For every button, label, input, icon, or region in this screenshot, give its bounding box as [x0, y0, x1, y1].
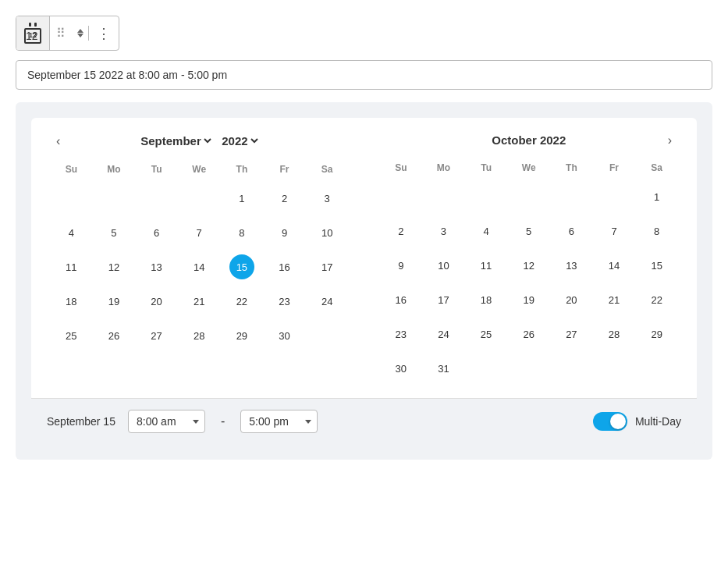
calendar-day-cell[interactable]: 23: [263, 284, 306, 318]
calendar-day-cell[interactable]: 15: [635, 248, 678, 282]
calendar-day-cell[interactable]: 10: [422, 248, 465, 282]
calendar-day-cell[interactable]: 20: [135, 284, 178, 318]
left-month-year: JanuaryFebruaryMarch AprilMayJune JulyAu…: [137, 133, 261, 148]
calendar-day-cell[interactable]: 21: [178, 284, 221, 318]
calendar-day-cell[interactable]: 14: [593, 248, 636, 282]
toolbar: 12 ⠿: [16, 16, 712, 51]
bottom-bar: September 15 12:00 am1:00 am2:00 am3:00 …: [31, 398, 697, 444]
calendar-day-cell[interactable]: 30: [380, 351, 423, 386]
calendar-day-cell[interactable]: 8: [635, 214, 678, 248]
day-header: Su: [380, 159, 423, 179]
calendar-day-cell[interactable]: 9: [263, 215, 306, 250]
multiday-toggle[interactable]: [593, 412, 627, 431]
calendar-day-cell[interactable]: 3: [422, 214, 465, 248]
calendar-day-cell[interactable]: 24: [422, 317, 465, 351]
calendar-day-cell[interactable]: 10: [306, 215, 349, 250]
calendar-day-cell[interactable]: 25: [465, 317, 508, 351]
calendar-day-cell[interactable]: 19: [507, 282, 550, 317]
day-header: We: [507, 159, 550, 179]
time-separator: -: [218, 414, 228, 428]
calendar-day-cell[interactable]: 8: [221, 215, 264, 250]
calendar-day-cell[interactable]: 19: [93, 284, 136, 318]
next-month-button[interactable]: ›: [662, 130, 678, 151]
calendar-day-cell[interactable]: 4: [50, 215, 93, 250]
calendar-day-cell[interactable]: 29: [221, 318, 264, 353]
calendar-day-cell[interactable]: 6: [135, 215, 178, 250]
calendar-day-cell: [465, 179, 508, 214]
toolbar-block: 12 ⠿: [16, 16, 119, 51]
calendar-day-cell[interactable]: 3: [306, 181, 349, 215]
start-time-select[interactable]: 12:00 am1:00 am2:00 am3:00 am4:00 am5:00…: [128, 410, 205, 433]
calendar-day-cell[interactable]: 27: [550, 317, 593, 351]
calendar-day-cell[interactable]: 2: [380, 214, 423, 248]
year-select[interactable]: 2020202120222023: [218, 133, 261, 148]
calendar-day-cell[interactable]: 2: [263, 181, 306, 215]
calendar-day-cell[interactable]: 5: [507, 214, 550, 248]
calendar-day-cell[interactable]: 30: [263, 318, 306, 353]
date-range-input[interactable]: [16, 60, 712, 90]
calendar-icon-btn[interactable]: 12: [16, 16, 50, 50]
end-time-wrapper: 12:00 am1:00 am2:00 am3:00 am4:00 am5:00…: [240, 410, 318, 433]
month-select[interactable]: JanuaryFebruaryMarch AprilMayJune JulyAu…: [137, 133, 214, 148]
calendar-week-row: 252627282930: [50, 318, 349, 353]
calendar-day-cell: [380, 179, 423, 214]
more-options-button[interactable]: [89, 19, 119, 48]
drag-handle[interactable]: ⠿: [50, 20, 73, 47]
calendar-week-row: 123: [50, 181, 349, 215]
calendar-day-cell[interactable]: 28: [593, 317, 636, 351]
calendar-day-cell[interactable]: 24: [306, 284, 349, 318]
calendar-day-cell[interactable]: 18: [50, 284, 93, 318]
calendar-day-cell[interactable]: 7: [178, 215, 221, 250]
calendar-day-cell[interactable]: 20: [550, 282, 593, 317]
calendar-day-cell[interactable]: 11: [50, 250, 93, 284]
calendar-day-cell[interactable]: 13: [135, 250, 178, 284]
day-header: Tu: [135, 161, 178, 181]
calendar-day-cell[interactable]: 17: [306, 250, 349, 284]
calendar-day-cell[interactable]: 27: [135, 318, 178, 353]
left-calendar: ‹ JanuaryFebruaryMarch AprilMayJune July…: [50, 133, 349, 386]
calendar-day-cell[interactable]: 1: [221, 181, 264, 215]
calendar-day-cell[interactable]: 13: [550, 248, 593, 282]
calendar-day-cell: [550, 179, 593, 214]
calendar-day-cell: [593, 179, 636, 214]
right-month-title: October 2022: [492, 133, 566, 147]
calendar-day-cell[interactable]: 16: [263, 250, 306, 284]
calendar-day-cell[interactable]: 17: [422, 282, 465, 317]
calendar-day-cell[interactable]: 6: [550, 214, 593, 248]
prev-month-button[interactable]: ‹: [50, 131, 66, 151]
calendar-day-cell[interactable]: 4: [465, 214, 508, 248]
calendar-day-cell[interactable]: 16: [380, 282, 423, 317]
calendar-day-cell[interactable]: 9: [380, 248, 423, 282]
calendar-day-cell[interactable]: 25: [50, 318, 93, 353]
calendar-week-row: 1: [380, 179, 679, 214]
calendar-day-cell[interactable]: 15: [221, 250, 264, 284]
calendar-day-cell: [135, 181, 178, 215]
calendar-day-cell[interactable]: 26: [507, 317, 550, 351]
calendar-day-cell[interactable]: 12: [93, 250, 136, 284]
calendar-week-row: 3031: [380, 351, 679, 386]
calendar-day-cell[interactable]: 22: [635, 282, 678, 317]
calendar-day-cell: [635, 351, 678, 386]
calendar-day-cell[interactable]: 18: [465, 282, 508, 317]
calendar-day-cell[interactable]: 29: [635, 317, 678, 351]
up-down-arrows[interactable]: [73, 26, 89, 41]
calendar-day-cell[interactable]: 26: [93, 318, 136, 353]
calendar-day-cell[interactable]: 23: [380, 317, 423, 351]
day-header: Sa: [635, 159, 678, 179]
calendar-day-cell[interactable]: 22: [221, 284, 264, 318]
day-header: Mo: [93, 161, 136, 181]
calendar-day-cell[interactable]: 12: [507, 248, 550, 282]
arrow-down-icon: [77, 34, 83, 37]
calendar-week-row: 9101112131415: [380, 248, 679, 282]
calendar-day-cell[interactable]: 31: [422, 351, 465, 386]
calendars-grid: ‹ JanuaryFebruaryMarch AprilMayJune July…: [50, 133, 678, 386]
end-time-select[interactable]: 12:00 am1:00 am2:00 am3:00 am4:00 am5:00…: [240, 410, 318, 433]
calendar-day-cell[interactable]: 11: [465, 248, 508, 282]
calendar-day-cell[interactable]: 7: [593, 214, 636, 248]
calendar-day-cell[interactable]: 21: [593, 282, 636, 317]
calendar-day-cell: [507, 179, 550, 214]
calendar-day-cell[interactable]: 5: [93, 215, 136, 250]
calendar-day-cell[interactable]: 1: [635, 179, 678, 214]
calendar-day-cell[interactable]: 28: [178, 318, 221, 353]
calendar-day-cell[interactable]: 14: [178, 250, 221, 284]
